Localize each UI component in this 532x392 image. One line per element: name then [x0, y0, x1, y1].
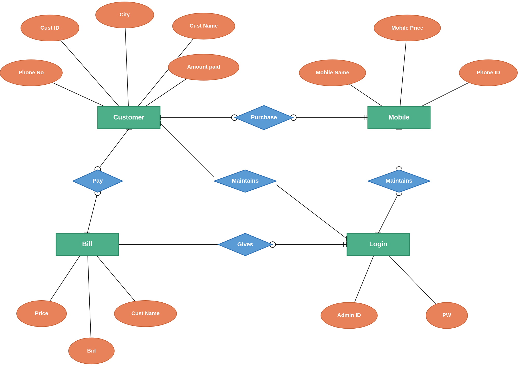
- er-diagram-canvas: [0, 0, 532, 392]
